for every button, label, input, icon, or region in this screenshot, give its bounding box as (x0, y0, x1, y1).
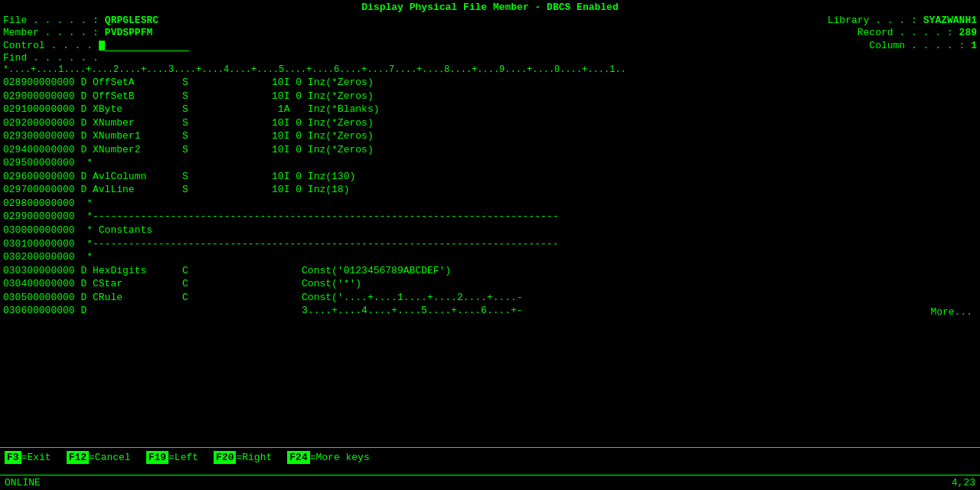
find-label: Find . . . . . . (3, 52, 99, 64)
fkey-label: =Cancel (89, 452, 131, 463)
function-key-bar: F3=ExitF12=CancelF19=LeftF20=RightF24=Mo… (0, 447, 980, 467)
fkey-num: F19 (146, 451, 168, 464)
fkey-f19[interactable]: F19=Left (146, 451, 198, 464)
column-label: Column . . . . : (869, 40, 965, 51)
file-library-row: File . . . . . : QRPGLESRC Library . . .… (3, 15, 977, 26)
status-right: 4,23 (952, 477, 975, 488)
table-row: 030600000000 D 3....+....4....+....5....… (3, 304, 977, 318)
table-row: 029000000000 D OffSetB S 10I 0 Inz(*Zero… (3, 90, 977, 103)
table-row: 028900000000 D OffSetA S 10I 0 Inz(*Zero… (3, 76, 977, 90)
status-bar: ONLINE 4,23 (0, 475, 980, 490)
member-info: Member . . . . : PVDSPPFM (3, 27, 152, 38)
table-row: 029700000000 D AvlLine S 10I 0 Inz(18) (3, 183, 977, 197)
control-cursor (99, 41, 105, 51)
member-record-row: Member . . . . : PVDSPPFM Record . . . .… (3, 27, 977, 38)
control-input[interactable] (105, 39, 189, 51)
table-row: 029300000000 D XNumber1 S 10I 0 Inz(*Zer… (3, 129, 977, 143)
title: Display Physical File Member - DBCS Enab… (3, 2, 977, 13)
table-row: 029600000000 D AvlColumn S 10I 0 Inz(130… (3, 170, 977, 184)
record-label: Record . . . . : (858, 27, 953, 38)
column-value: 1 (971, 40, 977, 51)
library-label: Library . . . : (828, 15, 917, 26)
fkey-num: F20 (214, 451, 236, 464)
fkey-num: F3 (5, 451, 21, 464)
status-left: ONLINE (5, 477, 41, 488)
fkey-num: F24 (287, 451, 309, 464)
ruler: *....+....1....+....2....+....3....+....… (3, 64, 977, 75)
table-row: 030200000000 * (3, 250, 977, 264)
table-row: 029500000000 * (3, 156, 977, 170)
table-row: 029800000000 * (3, 197, 977, 211)
file-value: QRPGLESRC (105, 15, 158, 26)
table-row: 030500000000 D CRule C Const('....+....1… (3, 291, 977, 305)
table-row: 029200000000 D XNumber S 10I 0 Inz(*Zero… (3, 116, 977, 130)
fkey-f12[interactable]: F12=Cancel (67, 451, 131, 464)
control-info: Control . . . . (3, 39, 189, 51)
find-row: Find . . . . . . (3, 52, 977, 64)
record-info: Record . . . . : 289 (858, 27, 977, 38)
record-value: 289 (959, 27, 977, 38)
code-lines: 028900000000 D OffSetA S 10I 0 Inz(*Zero… (3, 76, 977, 318)
fkey-num: F12 (67, 451, 89, 464)
member-label: Member . . . . : (3, 27, 99, 38)
file-info: File . . . . . : QRPGLESRC (3, 15, 158, 26)
fkey-label: =More keys (310, 452, 370, 463)
more-text: More... (930, 306, 972, 318)
member-value: PVDSPPFM (105, 27, 152, 38)
table-row: 029900000000 *--------------------------… (3, 210, 977, 224)
fkey-f20[interactable]: F20=Right (214, 451, 272, 464)
table-row: 030000000000 * Constants (3, 224, 977, 237)
library-info: Library . . . : SYAZWANH1 (828, 15, 977, 26)
find-info: Find . . . . . . (3, 52, 99, 64)
control-column-row: Control . . . . Column . . . . : 1 (3, 39, 977, 51)
table-row: 030400000000 D CStar C Const('*') (3, 277, 977, 291)
library-value: SYAZWANH1 (923, 15, 977, 26)
fkey-f3[interactable]: F3=Exit (5, 451, 51, 464)
fkey-label: =Left (168, 452, 198, 463)
table-row: 029100000000 D XByte S 1A Inz(*Blanks) (3, 103, 977, 116)
fkey-f24[interactable]: F24=More keys (287, 451, 369, 464)
file-label: File . . . . . : (3, 15, 99, 26)
fkey-label: =Right (236, 452, 272, 463)
control-label: Control . . . . (3, 40, 93, 51)
screen: Display Physical File Member - DBCS Enab… (0, 0, 980, 490)
table-row: 030300000000 D HexDigits C Const('012345… (3, 264, 977, 278)
table-row: 030100000000 *--------------------------… (3, 237, 977, 251)
column-info: Column . . . . : 1 (869, 39, 977, 51)
fkey-label: =Exit (21, 452, 51, 463)
table-row: 029400000000 D XNumber2 S 10I 0 Inz(*Zer… (3, 143, 977, 157)
content-area: 028900000000 D OffSetA S 10I 0 Inz(*Zero… (3, 76, 977, 318)
